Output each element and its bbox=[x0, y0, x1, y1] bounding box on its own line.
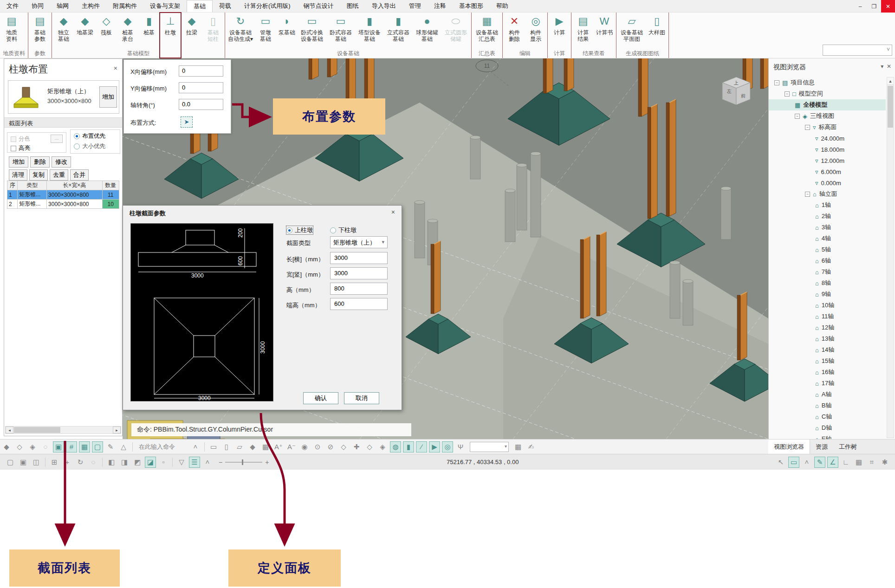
menu-tab-2[interactable]: 协同 bbox=[25, 0, 50, 12]
region-tool-icon[interactable]: ▢ bbox=[92, 441, 103, 452]
menu-tab-16[interactable]: 帮助 bbox=[490, 0, 515, 12]
grid-display-icon[interactable]: ▦ bbox=[853, 457, 864, 468]
snap-tool-icon[interactable]: ⊙ bbox=[312, 441, 323, 452]
tree-item-7轴[interactable]: ⌂7轴 bbox=[769, 266, 886, 278]
ribbon-button-地质资料[interactable]: ▤地质资料 bbox=[1, 13, 22, 42]
ribbon-button-卧式容器基础[interactable]: ▭卧式容器基础 bbox=[326, 13, 355, 42]
polar-icon[interactable]: ∠ bbox=[827, 457, 838, 468]
tree-item-11轴[interactable]: ⌂11轴 bbox=[769, 311, 886, 322]
file-icon[interactable]: ▢ bbox=[5, 457, 16, 468]
ribbon-button-桩基[interactable]: ▮桩基 bbox=[138, 13, 160, 36]
menu-tab-14[interactable]: 注释 bbox=[428, 0, 453, 12]
close-icon[interactable]: ✕ bbox=[881, 0, 895, 13]
angle-icon[interactable]: △ bbox=[118, 441, 129, 452]
text-bigger-icon[interactable]: A⁺ bbox=[273, 441, 284, 452]
zoom-in-icon[interactable]: + bbox=[265, 459, 269, 466]
ribbon-button-计算书[interactable]: W计算书 bbox=[594, 13, 615, 36]
tree-item-6.000m[interactable]: ▿6.000m bbox=[769, 166, 886, 177]
tree-item-4轴[interactable]: ⌂4轴 bbox=[769, 233, 886, 244]
ortho-icon[interactable]: ✎ bbox=[814, 457, 825, 468]
menu-tab-3[interactable]: 轴网 bbox=[50, 0, 75, 12]
view-cube-icon[interactable]: ◩ bbox=[132, 457, 143, 468]
tree-item-17轴[interactable]: ⌂17轴 bbox=[769, 378, 886, 389]
menu-tab-7[interactable]: 基础 bbox=[187, 0, 213, 12]
view-cube-icon[interactable]: ◧ bbox=[106, 457, 117, 468]
rebar-icon[interactable]: Ψ bbox=[455, 441, 466, 452]
tree-item-全楼模型[interactable]: ▦全楼模型 bbox=[769, 99, 886, 110]
menu-tab-11[interactable]: 图纸 bbox=[340, 0, 365, 12]
ribbon-button-泵基础[interactable]: ◗泵基础 bbox=[276, 13, 298, 36]
tree-item-13轴[interactable]: ⌂13轴 bbox=[769, 333, 886, 344]
ribbon-button-独立基础[interactable]: ◆独立基础 bbox=[53, 13, 74, 42]
tree-item-1轴[interactable]: ⌂1轴 bbox=[769, 200, 886, 211]
file-icon[interactable]: ▣ bbox=[18, 457, 29, 468]
menu-tab-5[interactable]: 附属构件 bbox=[106, 0, 143, 12]
expander-icon[interactable]: − bbox=[785, 91, 790, 97]
param-input[interactable]: 0 bbox=[179, 65, 223, 77]
expand-icon[interactable]: ˄ bbox=[801, 457, 812, 468]
display-style-icon[interactable]: ☰ bbox=[189, 457, 200, 468]
panel-tab-工作树[interactable]: 工作树 bbox=[833, 439, 863, 454]
ribbon-button-计算[interactable]: ▶计算 bbox=[549, 13, 570, 36]
nav-icon[interactable]: ⊞ bbox=[49, 457, 60, 468]
select-tool-icon[interactable]: ◈ bbox=[27, 441, 38, 452]
text-smaller-icon[interactable]: A⁻ bbox=[286, 441, 297, 452]
grid-tool-icon[interactable]: # bbox=[66, 441, 77, 452]
select-tool-icon[interactable]: ◆ bbox=[1, 441, 12, 452]
more-button[interactable]: ... bbox=[51, 135, 63, 143]
tree-item-16轴[interactable]: ⌂16轴 bbox=[769, 367, 886, 378]
ribbon-button-立式容器基础[interactable]: ▮立式容器基础 bbox=[384, 13, 413, 42]
tree-item-A轴[interactable]: ⌂A轴 bbox=[769, 389, 886, 400]
ribbon-button-设备基础汇总表[interactable]: ▦设备基础汇总表 bbox=[473, 13, 501, 42]
tree-item-D轴[interactable]: ⌂D轴 bbox=[769, 422, 886, 433]
close-icon[interactable]: ✕ bbox=[887, 63, 891, 70]
close-icon[interactable]: × bbox=[114, 65, 117, 72]
settings-gear-icon[interactable]: ✱ bbox=[879, 457, 890, 468]
tree-item-2轴[interactable]: ⌂2轴 bbox=[769, 211, 886, 222]
menu-tab-8[interactable]: 荷载 bbox=[213, 0, 238, 12]
button-复制[interactable]: 复制 bbox=[29, 169, 48, 181]
ribbon-button-地基梁[interactable]: ◆地基梁 bbox=[74, 13, 96, 36]
button-清理[interactable]: 清理 bbox=[9, 169, 27, 181]
draw-mode-icon[interactable]: ▮ bbox=[403, 441, 414, 452]
section-type-select[interactable]: 矩形锥墩（上） bbox=[330, 236, 388, 248]
ribbon-button-构件删除[interactable]: ✕构件删除 bbox=[504, 13, 525, 42]
expander-icon[interactable]: − bbox=[805, 192, 810, 197]
tree-item-0.000m[interactable]: ▿0.000m bbox=[769, 177, 886, 188]
cancel-button[interactable]: 取消 bbox=[344, 392, 379, 404]
split-color-checkbox[interactable]: 分色 bbox=[11, 135, 30, 143]
panel-title-icons[interactable]: ▾ ✕ bbox=[881, 63, 891, 70]
close-icon[interactable]: × bbox=[391, 208, 395, 216]
ribbon-button-基础参数[interactable]: ▤基础参数 bbox=[29, 13, 51, 42]
button-合并[interactable]: 合并 bbox=[70, 169, 89, 181]
expander-icon[interactable]: − bbox=[805, 125, 810, 130]
draw-mode-icon[interactable]: ∕ bbox=[416, 441, 427, 452]
annotate-icon[interactable]: ✍ bbox=[525, 441, 537, 452]
menu-tab-13[interactable]: 管理 bbox=[402, 0, 428, 12]
cursor-mode-icon[interactable]: ↖ bbox=[775, 457, 786, 468]
ribbon-search-box[interactable] bbox=[823, 45, 892, 56]
scale-combobox[interactable] bbox=[470, 442, 509, 452]
view-cube-icon[interactable]: ◨ bbox=[119, 457, 130, 468]
ribbon-button-构件显示[interactable]: ◎构件显示 bbox=[525, 13, 546, 42]
param-input[interactable]: 0 bbox=[179, 82, 223, 93]
ribbon-button-桩基承台[interactable]: ◆桩基承台 bbox=[117, 13, 138, 42]
menu-tab-15[interactable]: 基本图形 bbox=[453, 0, 490, 12]
table-row[interactable]: 1矩形锥...3000×3000×80011 bbox=[7, 190, 119, 200]
menu-tab-6[interactable]: 设备与支架 bbox=[143, 0, 187, 12]
ribbon-button-球形储罐基础[interactable]: ●球形储罐基础 bbox=[413, 13, 441, 42]
angle-snap-icon[interactable]: ∟ bbox=[840, 457, 851, 468]
file-icon[interactable]: ◫ bbox=[31, 457, 42, 468]
minimize-icon[interactable]: – bbox=[853, 0, 867, 13]
snap-tool-icon[interactable]: ◇ bbox=[338, 441, 349, 452]
ucs-icon[interactable]: ⌗ bbox=[866, 457, 877, 468]
draw-mode-icon[interactable]: ◎ bbox=[442, 441, 453, 452]
menu-tab-9[interactable]: 计算分析(试用版) bbox=[238, 0, 297, 12]
button-去重[interactable]: 去重 bbox=[50, 169, 68, 181]
osnap-icon[interactable]: ◈ bbox=[377, 441, 388, 452]
dialog-field-input[interactable]: 3000 bbox=[330, 252, 388, 264]
tree-item-18.000m[interactable]: ▿18.000m bbox=[769, 144, 886, 155]
tree-item-14轴[interactable]: ⌂14轴 bbox=[769, 344, 886, 355]
collapse-icon[interactable]: ˄ bbox=[190, 441, 201, 452]
group-tool-icon[interactable]: ▣ bbox=[53, 441, 64, 452]
